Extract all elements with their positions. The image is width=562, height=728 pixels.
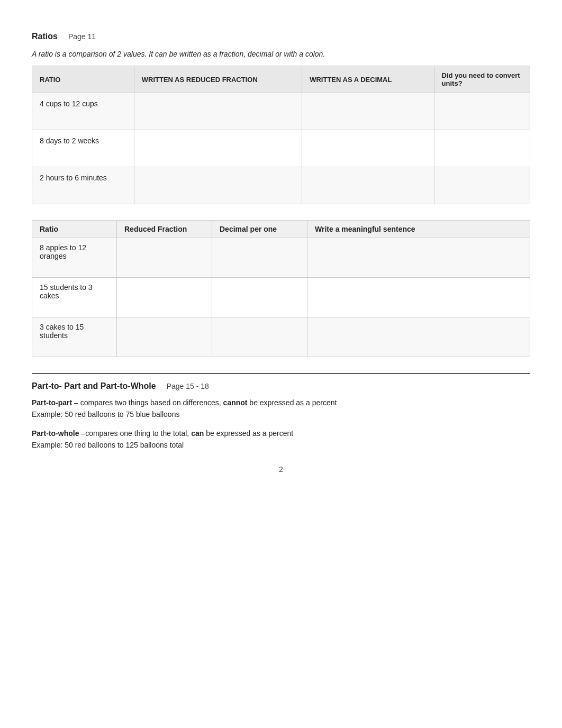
col-fraction: WRITTEN AS REDUCED FRACTION <box>134 66 302 93</box>
part-to-whole-example: Example: 50 red balloons to 125 balloons… <box>32 441 530 449</box>
fraction-value <box>117 238 212 278</box>
ratio-table-section: RATIO WRITTEN AS REDUCED FRACTION WRITTE… <box>32 66 530 204</box>
part-title: Part-to- Part and Part-to-Whole <box>32 381 156 391</box>
ratio-value: 8 days to 2 weeks <box>32 130 134 167</box>
intro-text: A ratio is a comparison of 2 values. It … <box>32 50 530 58</box>
fraction-value <box>117 278 212 317</box>
decimal-value <box>212 278 307 317</box>
col-ratio: RATIO <box>32 66 134 93</box>
fraction-value <box>134 167 302 204</box>
table-row: 8 apples to 12 oranges <box>32 238 530 278</box>
page-header: Ratios Page 11 <box>32 32 530 41</box>
example-label: Example: <box>32 410 65 418</box>
part-to-part-label: Part-to-part <box>32 398 72 407</box>
part-to-part-cannot: cannot <box>223 398 248 407</box>
fraction-value <box>117 317 212 357</box>
decimal-value <box>302 93 434 130</box>
ratio-value: 3 cakes to 15 students <box>32 317 117 357</box>
convert-value <box>434 130 530 167</box>
convert-value <box>434 93 530 130</box>
fraction-value <box>134 93 302 130</box>
part-to-part-block: Part-to-part – compares two things based… <box>32 398 530 418</box>
decimal-value <box>212 238 307 278</box>
col2-fraction: Reduced Fraction <box>117 221 212 238</box>
part-page-label: Page 15 - 18 <box>167 382 209 390</box>
ratio-value: 15 students to 3 cakes <box>32 278 117 317</box>
page-footer-number: 2 <box>32 465 530 474</box>
part-to-part-desc: Part-to-part – compares two things based… <box>32 398 530 407</box>
col-decimal: WRITTEN AS A DECIMAL <box>302 66 434 93</box>
table-row: 3 cakes to 15 students <box>32 317 530 357</box>
part-to-whole-text1: –compares one thing to the total, <box>79 429 191 438</box>
table-row: 4 cups to 12 cups <box>32 93 530 130</box>
page-title: Ratios <box>32 32 58 41</box>
ratio-value: 8 apples to 12 oranges <box>32 238 117 278</box>
example-text: 50 red balloons to 125 balloons total <box>65 441 184 449</box>
ratio-sentence-table: Ratio Reduced Fraction Decimal per one W… <box>32 220 530 357</box>
col2-decimal: Decimal per one <box>212 221 307 238</box>
col2-sentence: Write a meaningful sentence <box>307 221 530 238</box>
table-row: 8 days to 2 weeks <box>32 130 530 167</box>
sentence-value <box>307 317 530 357</box>
part-header: Part-to- Part and Part-to-Whole Page 15 … <box>32 381 530 391</box>
table-row: 15 students to 3 cakes <box>32 278 530 317</box>
sentence-value <box>307 278 530 317</box>
ratio-value: 2 hours to 6 minutes <box>32 167 134 204</box>
ratio-sentence-table-section: Ratio Reduced Fraction Decimal per one W… <box>32 220 530 357</box>
example-label: Example: <box>32 441 65 449</box>
fraction-value <box>134 130 302 167</box>
col-convert: Did you need to convert units? <box>434 66 530 93</box>
part-to-whole-desc: Part-to-whole –compares one thing to the… <box>32 429 530 438</box>
part-to-whole-block: Part-to-whole –compares one thing to the… <box>32 429 530 449</box>
table-row: 2 hours to 6 minutes <box>32 167 530 204</box>
decimal-value <box>302 130 434 167</box>
part-to-whole-can: can <box>191 429 204 438</box>
page-number-label: Page 11 <box>68 32 96 41</box>
decimal-value <box>212 317 307 357</box>
sentence-value <box>307 238 530 278</box>
example-text: 50 red balloons to 75 blue balloons <box>65 410 179 418</box>
footer-page-num: 2 <box>279 465 283 474</box>
part-to-whole-text2: be expressed as a percent <box>204 429 293 438</box>
part-to-whole-label: Part-to-whole <box>32 429 79 438</box>
part-section: Part-to- Part and Part-to-Whole Page 15 … <box>32 373 530 449</box>
part-to-part-text1: – compares two things based on differenc… <box>72 398 223 407</box>
convert-value <box>434 167 530 204</box>
part-to-part-example: Example: 50 red balloons to 75 blue ball… <box>32 410 530 418</box>
decimal-value <box>302 167 434 204</box>
part-to-part-text2: be expressed as a percent <box>247 398 337 407</box>
col2-ratio: Ratio <box>32 221 117 238</box>
ratio-value: 4 cups to 12 cups <box>32 93 134 130</box>
ratio-table: RATIO WRITTEN AS REDUCED FRACTION WRITTE… <box>32 66 530 204</box>
